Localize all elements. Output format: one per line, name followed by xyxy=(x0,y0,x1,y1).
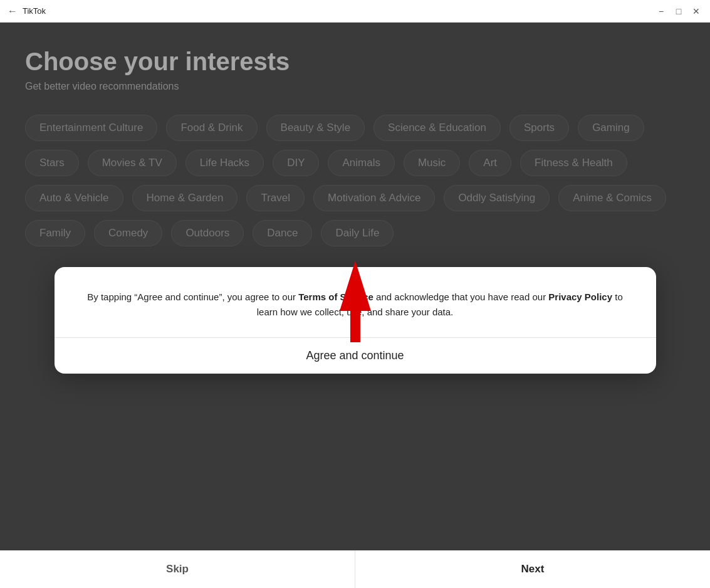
terms-of-service-link[interactable]: Terms of Service xyxy=(298,291,373,302)
minimize-button[interactable]: − xyxy=(655,5,667,18)
back-button[interactable]: ← xyxy=(8,6,18,17)
agree-continue-button[interactable]: Agree and continue xyxy=(55,338,656,374)
modal-body: By tapping “Agree and continue”, you agr… xyxy=(55,267,656,338)
agreement-modal: By tapping “Agree and continue”, you agr… xyxy=(55,267,656,374)
bottom-bar: Skip Next xyxy=(0,550,710,588)
skip-button[interactable]: Skip xyxy=(0,550,355,588)
watermark: CSDN @小码同学@ xyxy=(634,572,702,583)
close-button[interactable]: ✕ xyxy=(690,5,702,18)
title-bar-left: ← TikTok xyxy=(8,6,46,17)
privacy-policy-link[interactable]: Privacy Policy xyxy=(548,291,612,302)
modal-text1: By tapping “Agree and continue”, you agr… xyxy=(87,291,298,302)
maximize-button[interactable]: □ xyxy=(672,5,685,18)
modal-overlay: By tapping “Agree and continue”, you agr… xyxy=(0,23,710,550)
title-bar: ← TikTok − □ ✕ xyxy=(0,0,710,23)
window-controls: − □ ✕ xyxy=(655,5,702,18)
app-title: TikTok xyxy=(23,6,46,16)
agree-continue-label: Agree and continue xyxy=(306,349,404,362)
modal-text2: and acknowledge that you have read our xyxy=(373,291,548,302)
main-content: Choose your interests Get better video r… xyxy=(0,23,710,550)
